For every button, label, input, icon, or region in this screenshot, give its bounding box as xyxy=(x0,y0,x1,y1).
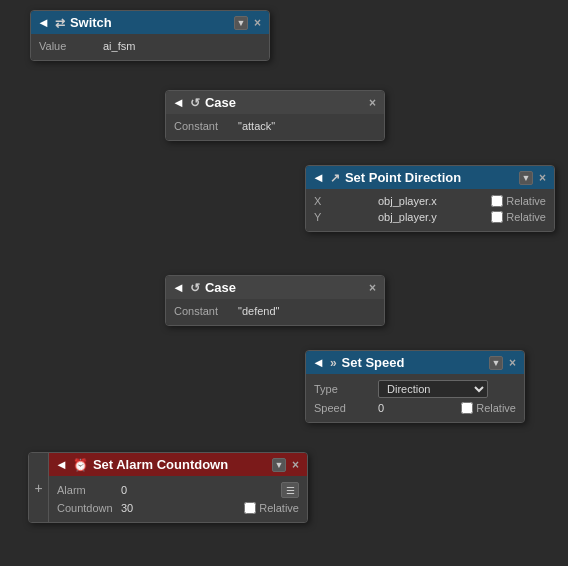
ss-speed-row: Speed 0 Relative xyxy=(314,400,516,416)
sa-relative-checkbox[interactable] xyxy=(244,502,256,514)
switch-close-btn[interactable]: × xyxy=(252,16,263,30)
add-btn[interactable]: + xyxy=(29,453,49,522)
ss-type-label: Type xyxy=(314,383,374,395)
switch-header[interactable]: ◄ ⇄ Switch ▼ × xyxy=(31,11,269,34)
case1-close-btn[interactable]: × xyxy=(367,96,378,110)
switch-value-label: Value xyxy=(39,40,99,52)
case1-constant-label: Constant xyxy=(174,120,234,132)
ss-speed-label: Speed xyxy=(314,402,374,414)
sa-dropdown-btn[interactable]: ▼ xyxy=(272,458,286,472)
spd-x-relative-label: Relative xyxy=(506,195,546,207)
case2-icon: ↺ xyxy=(190,281,200,295)
switch-value-row: Value ai_fsm xyxy=(39,38,261,54)
spd-y-relative-wrap: Relative xyxy=(491,211,546,223)
ss-relative-label: Relative xyxy=(476,402,516,414)
spd-x-relative-checkbox[interactable] xyxy=(491,195,503,207)
spd-x-value: obj_player.x xyxy=(378,195,437,207)
ss-relative-checkbox[interactable] xyxy=(461,402,473,414)
case1-title: Case xyxy=(205,95,236,110)
sa-alarm-label: Alarm xyxy=(57,484,117,496)
ss-dropdown-btn[interactable]: ▼ xyxy=(489,356,503,370)
set-alarm-inner: ◄ ⏰ Set Alarm Countdown ▼ × Alarm 0 ☰ xyxy=(49,453,307,522)
sa-alarm-row: Alarm 0 ☰ xyxy=(57,480,299,500)
switch-title: Switch xyxy=(70,15,112,30)
case2-body: Constant "defend" xyxy=(166,299,384,325)
switch-icon: ⇄ xyxy=(55,16,65,30)
ss-speed-value: 0 xyxy=(378,402,384,414)
spd-y-label: Y xyxy=(314,211,374,223)
set-point-direction-node: ◄ ↗ Set Point Direction ▼ × X obj_player… xyxy=(305,165,555,232)
sa-countdown-row: Countdown 30 Relative xyxy=(57,500,299,516)
spd-dropdown-btn[interactable]: ▼ xyxy=(519,171,533,185)
ss-body: Type Direction Speed 0 Relative xyxy=(306,374,524,422)
set-alarm-outer: + ◄ ⏰ Set Alarm Countdown ▼ × Alarm 0 xyxy=(29,453,307,522)
ss-type-row: Type Direction xyxy=(314,378,516,400)
sa-icon: ⏰ xyxy=(73,458,88,472)
sa-close-btn[interactable]: × xyxy=(290,458,301,472)
spd-x-row: X obj_player.x Relative xyxy=(314,193,546,209)
sa-alarm-action-btn[interactable]: ☰ xyxy=(281,482,299,498)
case2-title: Case xyxy=(205,280,236,295)
case2-close-btn[interactable]: × xyxy=(367,281,378,295)
spd-x-label: X xyxy=(314,195,374,207)
sa-countdown-label: Countdown xyxy=(57,502,117,514)
sa-countdown-value: 30 xyxy=(121,502,133,514)
case1-node: ◄ ↺ Case × Constant "attack" xyxy=(165,90,385,141)
sa-relative-wrap: Relative xyxy=(244,502,299,514)
case2-node: ◄ ↺ Case × Constant "defend" xyxy=(165,275,385,326)
sa-alarm-btn-wrap: ☰ xyxy=(281,482,299,498)
sa-collapse-icon[interactable]: ◄ xyxy=(55,457,68,472)
switch-value: ai_fsm xyxy=(103,40,135,52)
ss-relative-wrap: Relative xyxy=(461,402,516,414)
spd-y-relative-checkbox[interactable] xyxy=(491,211,503,223)
spd-y-relative-label: Relative xyxy=(506,211,546,223)
switch-body: Value ai_fsm xyxy=(31,34,269,60)
case1-body: Constant "attack" xyxy=(166,114,384,140)
ss-close-btn[interactable]: × xyxy=(507,356,518,370)
spd-collapse-icon[interactable]: ◄ xyxy=(312,170,325,185)
sa-body: Alarm 0 ☰ Countdown 30 Relative xyxy=(49,476,307,522)
sa-alarm-value: 0 xyxy=(121,484,127,496)
ss-icon: » xyxy=(330,356,337,370)
case1-header[interactable]: ◄ ↺ Case × xyxy=(166,91,384,114)
ss-title: Set Speed xyxy=(342,355,405,370)
spd-y-value: obj_player.y xyxy=(378,211,437,223)
sa-relative-label: Relative xyxy=(259,502,299,514)
sa-title: Set Alarm Countdown xyxy=(93,457,228,472)
set-point-direction-header[interactable]: ◄ ↗ Set Point Direction ▼ × xyxy=(306,166,554,189)
case1-constant-value: "attack" xyxy=(238,120,275,132)
plus-icon: + xyxy=(34,480,42,496)
spd-close-btn[interactable]: × xyxy=(537,171,548,185)
case2-constant-label: Constant xyxy=(174,305,234,317)
set-alarm-node: + ◄ ⏰ Set Alarm Countdown ▼ × Alarm 0 xyxy=(28,452,308,523)
collapse-icon[interactable]: ◄ xyxy=(37,15,50,30)
set-alarm-header[interactable]: ◄ ⏰ Set Alarm Countdown ▼ × xyxy=(49,453,307,476)
case2-constant-value: "defend" xyxy=(238,305,279,317)
spd-icon: ↗ xyxy=(330,171,340,185)
switch-node: ◄ ⇄ Switch ▼ × Value ai_fsm xyxy=(30,10,270,61)
spd-x-relative-wrap: Relative xyxy=(491,195,546,207)
spd-title: Set Point Direction xyxy=(345,170,461,185)
set-speed-node: ◄ » Set Speed ▼ × Type Direction Speed 0… xyxy=(305,350,525,423)
set-speed-header[interactable]: ◄ » Set Speed ▼ × xyxy=(306,351,524,374)
case2-collapse-icon[interactable]: ◄ xyxy=(172,280,185,295)
switch-dropdown-btn[interactable]: ▼ xyxy=(234,16,248,30)
case2-header[interactable]: ◄ ↺ Case × xyxy=(166,276,384,299)
ss-collapse-icon[interactable]: ◄ xyxy=(312,355,325,370)
ss-type-select[interactable]: Direction xyxy=(378,380,488,398)
spd-y-row: Y obj_player.y Relative xyxy=(314,209,546,225)
case2-constant-row: Constant "defend" xyxy=(174,303,376,319)
case1-collapse-icon[interactable]: ◄ xyxy=(172,95,185,110)
case1-icon: ↺ xyxy=(190,96,200,110)
spd-body: X obj_player.x Relative Y obj_player.y R… xyxy=(306,189,554,231)
case1-constant-row: Constant "attack" xyxy=(174,118,376,134)
